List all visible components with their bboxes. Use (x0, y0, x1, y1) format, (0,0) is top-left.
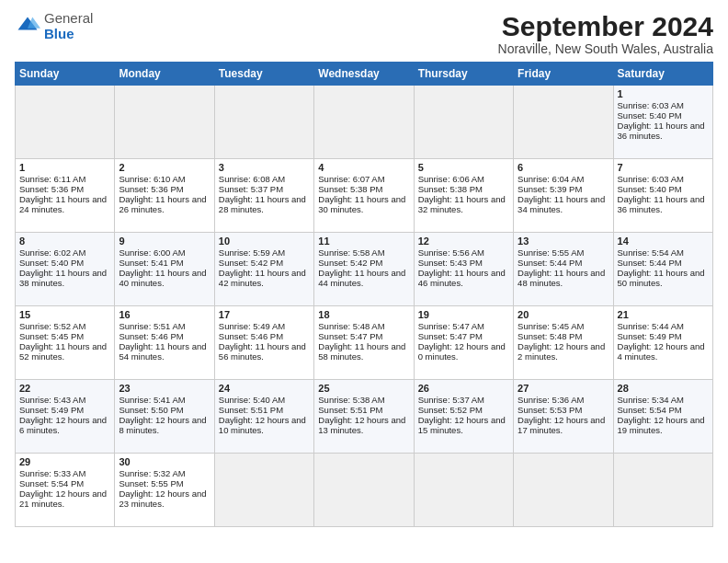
day-number: 30 (119, 456, 210, 467)
calendar-cell (214, 86, 313, 159)
day-number: 8 (19, 236, 110, 247)
calendar-cell: 22Sunrise: 5:43 AMSunset: 5:49 PMDayligh… (16, 380, 115, 454)
daylight-label: Daylight: 11 hours and 48 minutes. (518, 268, 605, 288)
day-number: 11 (318, 236, 409, 247)
logo-general-text: General (44, 10, 93, 26)
weekday-header: Wednesday (314, 63, 414, 86)
sunrise-label: Sunrise: 5:58 AM (318, 247, 384, 258)
sunset-label: Sunset: 5:52 PM (418, 405, 483, 415)
sunrise-label: Sunrise: 6:04 AM (518, 174, 584, 184)
calendar-cell (115, 86, 214, 159)
daylight-label: Daylight: 11 hours and 24 minutes. (19, 194, 107, 214)
day-number: 1 (618, 88, 709, 99)
sunrise-label: Sunrise: 6:08 AM (219, 174, 285, 184)
calendar-cell (314, 86, 414, 159)
calendar-cell: 2Sunrise: 6:10 AMSunset: 5:36 PMDaylight… (115, 159, 214, 233)
weekday-row: SundayMondayTuesdayWednesdayThursdayFrid… (16, 63, 713, 86)
page: General Blue September 2024 Noraville, N… (0, 0, 728, 563)
day-number: 5 (418, 162, 509, 173)
sunset-label: Sunset: 5:47 PM (418, 331, 483, 341)
daylight-label: Daylight: 12 hours and 21 minutes. (19, 488, 107, 509)
sunset-label: Sunset: 5:36 PM (119, 184, 183, 194)
calendar-cell: 20Sunrise: 5:45 AMSunset: 5:48 PMDayligh… (514, 306, 613, 380)
daylight-label: Daylight: 12 hours and 8 minutes. (119, 415, 206, 435)
calendar-cell: 28Sunrise: 5:34 AMSunset: 5:54 PMDayligh… (613, 380, 712, 454)
daylight-label: Daylight: 11 hours and 46 minutes. (418, 268, 506, 288)
daylight-label: Daylight: 11 hours and 32 minutes. (418, 194, 506, 214)
daylight-label: Daylight: 12 hours and 0 minutes. (418, 341, 506, 362)
day-number: 12 (418, 236, 509, 247)
sunset-label: Sunset: 5:40 PM (618, 110, 682, 121)
daylight-label: Daylight: 11 hours and 54 minutes. (119, 341, 206, 362)
day-number: 2 (119, 162, 210, 173)
day-number: 9 (119, 236, 210, 247)
sunset-label: Sunset: 5:50 PM (119, 405, 183, 415)
day-number: 14 (618, 236, 709, 247)
sunrise-label: Sunrise: 5:37 AM (418, 395, 484, 405)
sunset-label: Sunset: 5:40 PM (19, 258, 84, 268)
day-number: 6 (518, 162, 609, 173)
day-number: 20 (518, 309, 609, 320)
day-number: 4 (318, 162, 409, 173)
sunrise-label: Sunrise: 5:41 AM (119, 395, 185, 405)
calendar-week-row: 15Sunrise: 5:52 AMSunset: 5:45 PMDayligh… (16, 306, 713, 380)
sunset-label: Sunset: 5:36 PM (19, 184, 84, 194)
day-number: 3 (219, 162, 310, 173)
sunrise-label: Sunrise: 6:02 AM (19, 247, 85, 258)
weekday-header: Tuesday (214, 63, 313, 86)
sunrise-label: Sunrise: 5:51 AM (119, 321, 185, 331)
day-number: 22 (19, 383, 110, 394)
weekday-header: Friday (514, 63, 613, 86)
sunset-label: Sunset: 5:46 PM (119, 331, 183, 341)
sunset-label: Sunset: 5:51 PM (318, 405, 382, 415)
sunset-label: Sunset: 5:37 PM (219, 184, 283, 194)
calendar-cell: 1Sunrise: 6:03 AMSunset: 5:40 PMDaylight… (613, 86, 712, 159)
logo-text: General Blue (44, 11, 93, 41)
calendar-cell: 3Sunrise: 6:08 AMSunset: 5:37 PMDaylight… (214, 159, 313, 233)
daylight-label: Daylight: 12 hours and 15 minutes. (418, 415, 506, 435)
calendar-cell (613, 454, 712, 527)
sunset-label: Sunset: 5:40 PM (618, 184, 682, 194)
calendar-cell: 26Sunrise: 5:37 AMSunset: 5:52 PMDayligh… (414, 380, 513, 454)
sunrise-label: Sunrise: 5:44 AM (618, 321, 684, 331)
day-number: 25 (318, 383, 409, 394)
calendar-cell: 30Sunrise: 5:32 AMSunset: 5:55 PMDayligh… (115, 454, 214, 527)
calendar-week-row: 29Sunrise: 5:33 AMSunset: 5:54 PMDayligh… (16, 454, 713, 527)
sunset-label: Sunset: 5:38 PM (318, 184, 382, 194)
sunrise-label: Sunrise: 5:36 AM (518, 395, 584, 405)
calendar-cell: 13Sunrise: 5:55 AMSunset: 5:44 PMDayligh… (514, 233, 613, 306)
calendar-cell: 16Sunrise: 5:51 AMSunset: 5:46 PMDayligh… (115, 306, 214, 380)
sunset-label: Sunset: 5:48 PM (518, 331, 582, 341)
calendar-cell: 11Sunrise: 5:58 AMSunset: 5:42 PMDayligh… (314, 233, 414, 306)
calendar-cell: 1Sunrise: 6:11 AMSunset: 5:36 PMDaylight… (16, 159, 115, 233)
location: Noraville, New South Wales, Australia (498, 41, 713, 56)
daylight-label: Daylight: 11 hours and 40 minutes. (119, 268, 206, 288)
sunset-label: Sunset: 5:54 PM (618, 405, 682, 415)
daylight-label: Daylight: 12 hours and 13 minutes. (318, 415, 405, 435)
calendar-cell: 14Sunrise: 5:54 AMSunset: 5:44 PMDayligh… (613, 233, 712, 306)
sunset-label: Sunset: 5:45 PM (19, 331, 84, 341)
calendar-week-row: 1Sunrise: 6:11 AMSunset: 5:36 PMDaylight… (16, 159, 713, 233)
sunrise-label: Sunrise: 6:00 AM (119, 247, 185, 258)
daylight-label: Daylight: 12 hours and 19 minutes. (618, 415, 705, 435)
sunset-label: Sunset: 5:53 PM (518, 405, 582, 415)
sunrise-label: Sunrise: 5:38 AM (318, 395, 384, 405)
sunset-label: Sunset: 5:46 PM (219, 331, 283, 341)
calendar-cell: 18Sunrise: 5:48 AMSunset: 5:47 PMDayligh… (314, 306, 414, 380)
sunrise-label: Sunrise: 5:40 AM (219, 395, 285, 405)
daylight-label: Daylight: 11 hours and 42 minutes. (219, 268, 306, 288)
calendar-cell: 9Sunrise: 6:00 AMSunset: 5:41 PMDaylight… (115, 233, 214, 306)
day-number: 23 (119, 383, 210, 394)
sunset-label: Sunset: 5:41 PM (119, 258, 183, 268)
calendar-cell: 7Sunrise: 6:03 AMSunset: 5:40 PMDaylight… (613, 159, 712, 233)
day-number: 26 (418, 383, 509, 394)
sunrise-label: Sunrise: 5:45 AM (518, 321, 584, 331)
sunrise-label: Sunrise: 6:06 AM (418, 174, 484, 184)
day-number: 1 (19, 162, 110, 173)
calendar-cell: 23Sunrise: 5:41 AMSunset: 5:50 PMDayligh… (115, 380, 214, 454)
calendar-cell (414, 86, 513, 159)
calendar-cell (314, 454, 414, 527)
calendar-cell (514, 454, 613, 527)
calendar-cell: 15Sunrise: 5:52 AMSunset: 5:45 PMDayligh… (16, 306, 115, 380)
calendar-cell: 19Sunrise: 5:47 AMSunset: 5:47 PMDayligh… (414, 306, 513, 380)
